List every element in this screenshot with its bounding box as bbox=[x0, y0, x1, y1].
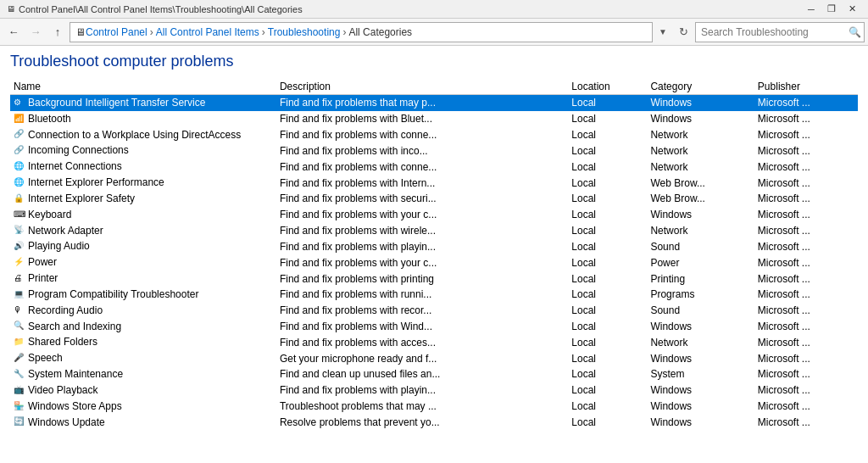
table-row[interactable]: 📡Network Adapter Find and fix problems w… bbox=[10, 223, 858, 239]
cell-location: Local bbox=[568, 334, 647, 350]
title-bar-icon: 🖥 bbox=[7, 4, 15, 14]
cell-description: Troubleshoot problems that may ... bbox=[276, 399, 568, 415]
row-icon: 🖨 bbox=[14, 273, 25, 285]
table-row[interactable]: 🔍Search and Indexing Find and fix proble… bbox=[10, 319, 858, 335]
cell-publisher: Microsoft ... bbox=[754, 334, 858, 350]
cell-category: Windows bbox=[647, 207, 754, 223]
cell-category: Network bbox=[647, 334, 754, 350]
breadcrumb-all-items[interactable]: All Control Panel Items bbox=[156, 26, 259, 38]
cell-name: 🏪Windows Store Apps bbox=[10, 399, 276, 415]
cell-category: Printing bbox=[647, 271, 754, 287]
cell-location: Local bbox=[568, 223, 647, 239]
row-icon: 🌐 bbox=[14, 161, 25, 173]
cell-name: 📺Video Playback bbox=[10, 382, 276, 399]
cell-location: Local bbox=[568, 319, 647, 335]
cell-description: Find and clean up unused files an... bbox=[276, 366, 568, 382]
row-icon: 📁 bbox=[14, 337, 25, 349]
cell-publisher: Microsoft ... bbox=[754, 319, 858, 335]
breadcrumb-troubleshooting[interactable]: Troubleshooting bbox=[268, 26, 341, 38]
cell-publisher: Microsoft ... bbox=[754, 95, 858, 111]
row-icon: 🔗 bbox=[14, 145, 25, 157]
row-icon: 📶 bbox=[14, 114, 25, 126]
cell-publisher: Microsoft ... bbox=[754, 207, 858, 223]
page-title: Troubleshoot computer problems bbox=[10, 53, 858, 70]
table-row[interactable]: ⌨Keyboard Find and fix problems with you… bbox=[10, 207, 858, 223]
row-icon: 🎤 bbox=[14, 353, 25, 365]
forward-button[interactable]: → bbox=[25, 22, 46, 42]
table-row[interactable]: ⚡Power Find and fix problems with your c… bbox=[10, 254, 858, 271]
col-header-description[interactable]: Description bbox=[276, 79, 568, 95]
search-icon-button[interactable]: 🔍 bbox=[846, 23, 864, 42]
row-icon: 🔒 bbox=[14, 193, 25, 205]
breadcrumb-control-panel[interactable]: Control Panel bbox=[86, 26, 147, 38]
cell-name: 🔄Windows Update bbox=[10, 415, 276, 431]
cell-description: Find and fix problems with playin... bbox=[276, 238, 568, 254]
back-button[interactable]: ← bbox=[3, 22, 24, 42]
title-bar: 🖥 Control Panel\All Control Panel Items\… bbox=[0, 0, 868, 19]
cell-publisher: Microsoft ... bbox=[754, 399, 858, 415]
table-row[interactable]: 🔒Internet Explorer Safety Find and fix p… bbox=[10, 191, 858, 207]
cell-category: Network bbox=[647, 142, 754, 159]
cell-description: Get your microphone ready and f... bbox=[276, 350, 568, 366]
cell-name: 🖨Printer bbox=[10, 271, 276, 287]
address-bar: ← → ↑ 🖥 Control Panel › All Control Pane… bbox=[0, 19, 868, 46]
cell-location: Local bbox=[568, 287, 647, 303]
close-button[interactable]: ✕ bbox=[843, 2, 861, 17]
minimize-button[interactable]: ─ bbox=[802, 2, 821, 17]
table-row[interactable]: 🖨Printer Find and fix problems with prin… bbox=[10, 271, 858, 287]
table-row[interactable]: 📺Video Playback Find and fix problems wi… bbox=[10, 382, 858, 399]
table-row[interactable]: 🔄Windows Update Resolve problems that pr… bbox=[10, 415, 858, 431]
cell-name: 🌐Internet Explorer Performance bbox=[10, 175, 276, 191]
row-icon: 🔊 bbox=[14, 241, 25, 253]
table-row[interactable]: 🌐Internet Connections Find and fix probl… bbox=[10, 159, 858, 175]
cell-publisher: Microsoft ... bbox=[754, 175, 858, 191]
search-input[interactable] bbox=[696, 26, 846, 38]
cell-location: Local bbox=[568, 303, 647, 319]
cell-location: Local bbox=[568, 191, 647, 207]
cell-name: 🔒Internet Explorer Safety bbox=[10, 191, 276, 207]
cell-publisher: Microsoft ... bbox=[754, 127, 858, 143]
cell-category: Windows bbox=[647, 95, 754, 111]
address-dropdown-button[interactable]: ▼ bbox=[654, 22, 671, 42]
table-row[interactable]: 🌐Internet Explorer Performance Find and … bbox=[10, 175, 858, 191]
cell-publisher: Microsoft ... bbox=[754, 415, 858, 431]
cell-location: Local bbox=[568, 127, 647, 143]
table-row[interactable]: ⚙Background Intelligent Transfer Service… bbox=[10, 95, 858, 111]
table-row[interactable]: 📶Bluetooth Find and fix problems with Bl… bbox=[10, 111, 858, 127]
table-row[interactable]: 📁Shared Folders Find and fix problems wi… bbox=[10, 334, 858, 350]
table-row[interactable]: 🔧System Maintenance Find and clean up un… bbox=[10, 366, 858, 382]
cell-category: Network bbox=[647, 159, 754, 175]
row-icon: ⚡ bbox=[14, 257, 25, 269]
col-header-publisher[interactable]: Publisher bbox=[754, 79, 858, 95]
cell-publisher: Microsoft ... bbox=[754, 238, 858, 254]
col-header-category[interactable]: Category bbox=[647, 79, 754, 95]
cell-category: Web Brow... bbox=[647, 175, 754, 191]
cell-name: 🔗Incoming Connections bbox=[10, 142, 276, 159]
cell-location: Local bbox=[568, 254, 647, 271]
row-icon: 🏪 bbox=[14, 401, 25, 413]
col-header-name[interactable]: Name bbox=[10, 79, 276, 95]
cell-location: Local bbox=[568, 350, 647, 366]
cell-category: System bbox=[647, 366, 754, 382]
table-row[interactable]: 🔗Incoming Connections Find and fix probl… bbox=[10, 142, 858, 159]
cell-name: ⌨Keyboard bbox=[10, 207, 276, 223]
cell-name: 🌐Internet Connections bbox=[10, 159, 276, 175]
table-row[interactable]: 🔊Playing Audio Find and fix problems wit… bbox=[10, 238, 858, 254]
cell-name: 🔊Playing Audio bbox=[10, 238, 276, 254]
cell-name: 🎤Speech bbox=[10, 350, 276, 366]
table-row[interactable]: 🔗Connection to a Workplace Using DirectA… bbox=[10, 127, 858, 143]
maximize-button[interactable]: ❐ bbox=[822, 2, 841, 17]
up-button[interactable]: ↑ bbox=[47, 22, 68, 42]
cell-category: Web Brow... bbox=[647, 191, 754, 207]
cell-name: ⚙Background Intelligent Transfer Service bbox=[10, 95, 276, 111]
table-row[interactable]: 🏪Windows Store Apps Troubleshoot problem… bbox=[10, 399, 858, 415]
cell-description: Find and fix problems with Intern... bbox=[276, 175, 568, 191]
col-header-location[interactable]: Location bbox=[568, 79, 647, 95]
cell-description: Find and fix problems with Bluet... bbox=[276, 111, 568, 127]
table-row[interactable]: 💻Program Compatibility Troubleshooter Fi… bbox=[10, 287, 858, 303]
cell-category: Windows bbox=[647, 415, 754, 431]
refresh-button[interactable]: ↻ bbox=[673, 22, 693, 42]
table-row[interactable]: 🎙Recording Audio Find and fix problems w… bbox=[10, 303, 858, 319]
table-row[interactable]: 🎤Speech Get your microphone ready and f.… bbox=[10, 350, 858, 366]
cell-description: Find and fix problems with printing bbox=[276, 271, 568, 287]
